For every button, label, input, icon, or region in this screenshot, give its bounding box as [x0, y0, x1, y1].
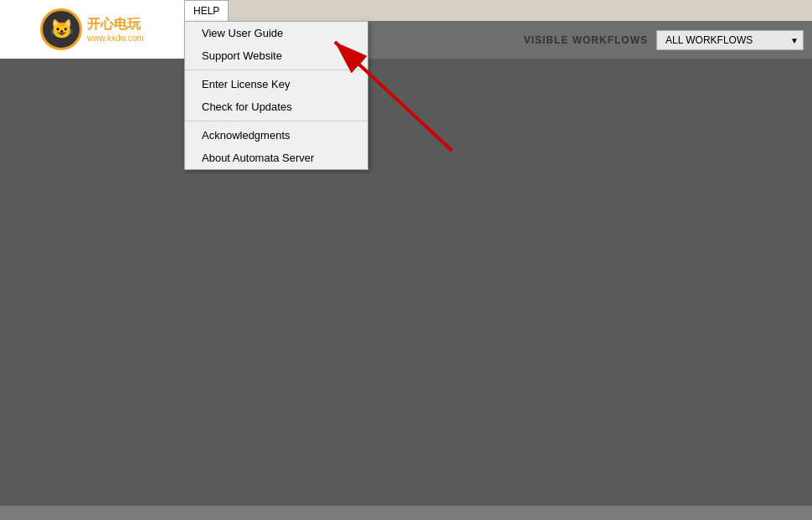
workflows-select[interactable]: ALL WORKFLOWS ACTIVE WORKFLOWS INACTIVE …: [656, 30, 804, 50]
help-dropdown-menu: View User Guide Support Website Enter Li…: [184, 21, 368, 170]
menu-item-check-for-updates[interactable]: Check for Updates: [185, 95, 367, 118]
logo-area: 😺 开心电玩 www.kxdw.com: [0, 0, 184, 59]
menu-separator-2: [185, 121, 367, 121]
logo-circle: 😺: [40, 8, 82, 50]
status-bar: [0, 505, 812, 520]
logo-text-url: www.kxdw.com: [87, 33, 144, 43]
help-menu-label: HELP: [193, 5, 219, 17]
workflows-bar: VISIBLE WORKFLOWS ALL WORKFLOWS ACTIVE W…: [524, 21, 812, 59]
menu-item-about-automata-server[interactable]: About Automata Server: [185, 147, 367, 169]
menu-item-view-user-guide[interactable]: View User Guide: [185, 22, 367, 44]
workflows-label: VISIBLE WORKFLOWS: [524, 34, 648, 46]
menu-bar: HELP VISIBLE WORKFLOWS ALL WORKFLOWS ACT…: [184, 0, 812, 21]
top-bar: 😺 开心电玩 www.kxdw.com HELP VISIBLE WORKFLO…: [0, 0, 812, 59]
workflows-select-wrapper[interactable]: ALL WORKFLOWS ACTIVE WORKFLOWS INACTIVE …: [656, 30, 804, 50]
help-menu-trigger[interactable]: HELP: [184, 0, 229, 21]
menu-item-enter-license-key[interactable]: Enter License Key: [185, 73, 367, 95]
menu-item-support-website[interactable]: Support Website: [185, 44, 367, 67]
logo-text-cn: 开心电玩: [87, 16, 144, 33]
menu-item-acknowledgments[interactable]: Acknowledgments: [185, 124, 367, 147]
logo: 😺 开心电玩 www.kxdw.com: [13, 4, 172, 54]
menu-separator-1: [185, 70, 367, 70]
main-content: [0, 59, 812, 505]
logo-text-block: 开心电玩 www.kxdw.com: [87, 16, 144, 43]
